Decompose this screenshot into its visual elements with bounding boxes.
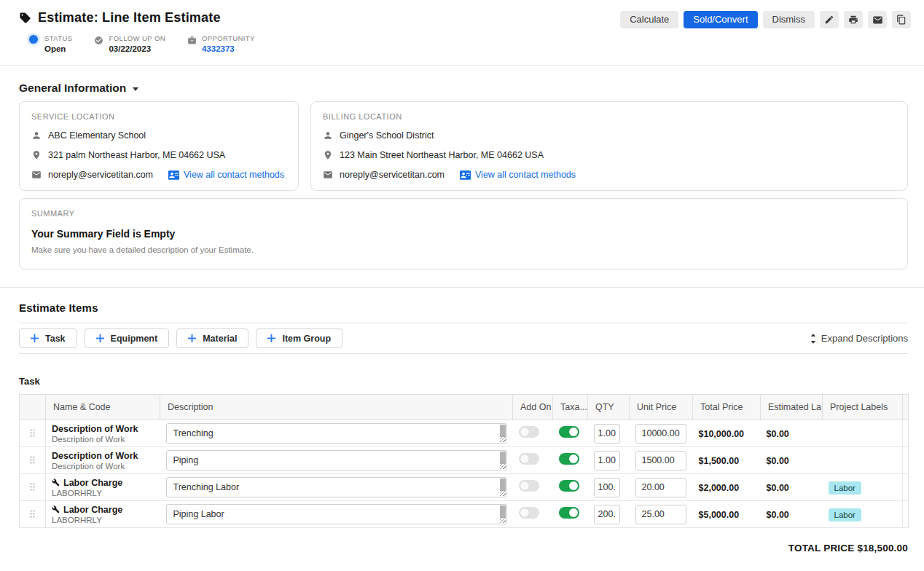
total-price-label: TOTAL PRICE	[788, 543, 855, 554]
wrench-icon	[52, 479, 60, 487]
qty-input[interactable]	[594, 424, 620, 444]
estimated-labor-value: $0.00	[767, 483, 789, 493]
billing-location-label: BILLING LOCATION	[323, 112, 896, 121]
item-name[interactable]: Labor Charge	[63, 505, 122, 515]
add-equipment-button[interactable]: Equipment	[85, 328, 170, 348]
total-price-value: $5,000.00	[699, 510, 740, 520]
total-price-amount: $18,500.00	[857, 543, 908, 554]
plus-icon	[96, 334, 104, 342]
email-icon[interactable]	[868, 11, 887, 28]
drag-handle-icon[interactable]	[30, 481, 35, 494]
unit-price-input[interactable]	[635, 505, 686, 524]
billing-location-card: BILLING LOCATION Ginger's School Distric…	[310, 101, 908, 191]
total-price-value: $2,000.00	[699, 483, 740, 493]
item-code: Description of Work	[52, 435, 154, 444]
col-description: Description	[160, 395, 513, 420]
item-name[interactable]: Description of Work	[52, 451, 138, 461]
add-material-button[interactable]: Material	[176, 328, 248, 348]
description-input[interactable]: Piping Labor	[166, 504, 507, 524]
estimate-tag-icon	[19, 12, 31, 24]
summary-label: SUMMARY	[31, 209, 896, 218]
project-label-chip: Labor	[829, 481, 861, 495]
item-name[interactable]: Description of Work	[52, 424, 138, 434]
status-dot-icon	[29, 35, 38, 44]
add-item-group-button[interactable]: Item Group	[256, 328, 342, 348]
billing-contact-methods-link[interactable]: View all contact methods	[460, 170, 576, 180]
scrollbar-thumb[interactable]	[500, 452, 506, 464]
total-price-row: TOTAL PRICE $18,500.00	[19, 543, 908, 554]
opportunity-icon	[187, 35, 197, 53]
col-total-price: Total Price	[693, 395, 761, 420]
drag-handle-icon[interactable]	[30, 454, 35, 467]
plus-icon	[267, 334, 275, 342]
copy-icon[interactable]	[892, 11, 911, 28]
contact-link-label: View all contact methods	[475, 170, 576, 180]
item-name[interactable]: Labor Charge	[63, 478, 122, 488]
total-price-value: $10,000.00	[699, 429, 745, 439]
unit-price-input[interactable]	[635, 478, 686, 497]
col-estimated-labor: Estimated La...	[761, 395, 823, 420]
sold-convert-button[interactable]: Sold/Convert	[684, 11, 757, 28]
unit-price-input[interactable]	[635, 424, 686, 444]
scrollbar-thumb[interactable]	[500, 425, 506, 437]
description-input[interactable]: Trenching	[166, 423, 507, 444]
location-pin-icon	[31, 150, 42, 160]
taxable-toggle[interactable]	[559, 426, 579, 438]
section-divider	[0, 287, 924, 288]
drag-handle-icon[interactable]	[30, 508, 35, 521]
taxable-toggle[interactable]	[559, 480, 579, 492]
person-icon	[323, 130, 333, 141]
add-on-toggle[interactable]	[519, 507, 539, 519]
resize-grip-icon[interactable]	[500, 463, 506, 469]
chevron-down-icon	[133, 87, 138, 91]
print-icon[interactable]	[844, 11, 863, 28]
col-drag	[20, 395, 46, 420]
drag-handle-icon[interactable]	[30, 427, 35, 440]
opportunity-label: OPPORTUNITY	[202, 34, 255, 42]
billing-location-name: Ginger's School District	[340, 130, 434, 141]
dismiss-button[interactable]: Dismiss	[763, 11, 815, 28]
estimated-labor-value: $0.00	[767, 429, 789, 439]
opportunity-group: OPPORTUNITY 4332373	[187, 34, 255, 53]
unit-price-input[interactable]	[635, 451, 686, 470]
add-on-toggle[interactable]	[519, 453, 539, 465]
add-on-toggle[interactable]	[519, 480, 539, 492]
status-value: Open	[44, 44, 72, 53]
general-information-title: General Information	[19, 82, 126, 95]
table-row: Description of Work Description of Work …	[20, 420, 909, 447]
estimate-items-table: Name & Code Description Add On Taxa... Q…	[19, 394, 909, 528]
qty-input[interactable]	[594, 451, 620, 470]
col-add-on: Add On	[513, 395, 553, 420]
follow-up-label: FOLLOW UP ON	[109, 34, 165, 42]
scrollbar-thumb[interactable]	[500, 505, 506, 518]
expand-descriptions-button[interactable]: Expand Descriptions	[810, 333, 908, 344]
description-input[interactable]: Piping	[166, 450, 507, 470]
calculate-button[interactable]: Calculate	[620, 11, 678, 28]
service-location-email: noreply@servicetitan.com	[48, 170, 153, 180]
qty-input[interactable]	[594, 505, 620, 524]
qty-input[interactable]	[594, 478, 620, 497]
task-group-label: Task	[19, 376, 908, 387]
resize-grip-icon[interactable]	[500, 490, 506, 496]
plus-icon	[31, 334, 39, 342]
add-on-toggle[interactable]	[519, 426, 539, 438]
expand-descriptions-label: Expand Descriptions	[821, 333, 908, 344]
item-code: LABORHRLY	[52, 516, 154, 524]
taxable-toggle[interactable]	[559, 507, 579, 519]
unfold-icon	[810, 334, 817, 344]
col-name-code: Name & Code	[46, 395, 160, 420]
general-information-heading[interactable]: General Information	[19, 82, 908, 95]
service-contact-methods-link[interactable]: View all contact methods	[168, 170, 284, 180]
resize-grip-icon[interactable]	[500, 517, 506, 523]
item-code: Description of Work	[52, 462, 154, 470]
table-header-row: Name & Code Description Add On Taxa... Q…	[20, 395, 909, 420]
edit-pencil-icon[interactable]	[820, 11, 839, 28]
follow-up-group: FOLLOW UP ON 03/22/2023	[94, 34, 165, 53]
description-input[interactable]: Trenching Labor	[166, 477, 507, 497]
taxable-toggle[interactable]	[559, 453, 579, 465]
add-task-button[interactable]: Task	[19, 328, 77, 348]
scrollbar-thumb[interactable]	[500, 479, 506, 491]
opportunity-link[interactable]: 4332373	[202, 44, 255, 53]
resize-grip-icon[interactable]	[500, 436, 506, 442]
wrench-icon	[52, 505, 60, 513]
